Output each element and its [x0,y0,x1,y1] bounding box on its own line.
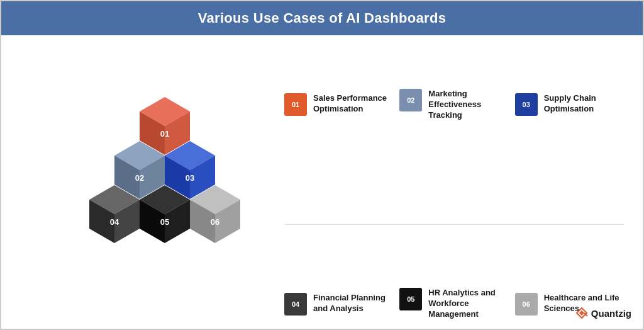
cube-01-label: 01 [160,129,169,139]
legend-title-05: HR Analytics and Workforce Management [428,288,508,320]
legend-item-05: 05 HR Analytics and Workforce Management [399,288,508,320]
quantzig-logo-icon [575,306,589,320]
legend-badge-06: 06 [515,293,538,316]
logo-area: Quantzig [575,306,631,320]
legend-title-04: Financial Planning and Analysis [313,293,393,314]
legend-text-02: Marketing Effectiveness Tracking [428,89,508,121]
legend-badge-03: 03 [515,93,538,116]
legend-item-03: 03 Supply Chain Optimisation [515,93,624,116]
svg-marker-19 [579,310,584,316]
cube-06-label: 06 [211,217,219,227]
cube-03-label: 03 [186,173,194,183]
legend-text-05: HR Analytics and Workforce Management [428,288,508,320]
legend-item-01: 01 Sales Performance Optimisation [284,93,393,116]
legend-item-04: 04 Financial Planning and Analysis [284,293,393,316]
legend-badge-04: 04 [284,293,307,316]
cubes-container: 06 05 [20,86,259,288]
legend-title-03: Supply Chain Optimisation [544,93,624,115]
legend-text-04: Financial Planning and Analysis [313,293,393,314]
page-header: Various Use Cases of AI Dashboards [1,1,643,35]
page-title: Various Use Cases of AI Dashboards [14,10,630,26]
legend-item-02: 02 Marketing Effectiveness Tracking [399,89,508,121]
quantzig-logo-text: Quantzig [591,308,631,319]
legend-text-01: Sales Performance Optimisation [313,93,393,115]
legend-section: 01 Sales Performance Optimisation 02 Mar… [278,35,643,330]
cube-02-label: 02 [135,173,144,183]
cube-04-label: 04 [110,217,119,227]
legend-divider-horizontal [284,224,624,225]
pyramid-section: 06 05 [1,35,278,330]
main-content: 06 05 [1,35,643,330]
cube-05-label: 05 [160,217,169,227]
legend-badge-05: 05 [399,288,422,310]
legend-title-01: Sales Performance Optimisation [313,93,393,115]
legend-badge-01: 01 [284,93,307,116]
page-container: Various Use Cases of AI Dashboards [0,0,644,330]
legend-title-02: Marketing Effectiveness Tracking [428,89,508,121]
legend-text-03: Supply Chain Optimisation [544,93,624,115]
legend-badge-02: 02 [399,89,422,111]
cubes-svg: 06 05 [20,86,259,282]
